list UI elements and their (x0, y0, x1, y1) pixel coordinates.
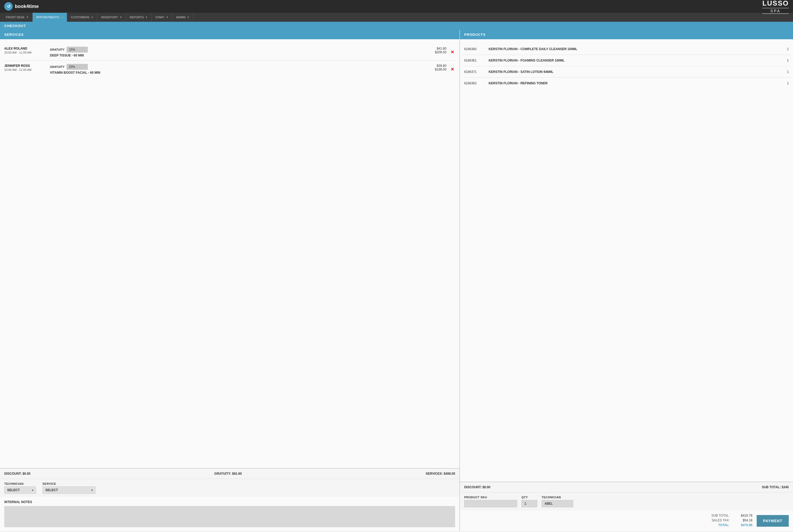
logo: ↺ book4time (4, 2, 39, 11)
nav-item-frontdesk[interactable]: FRONT DESK ▼ (2, 13, 33, 22)
header: ↺ book4time LUSSO SPA (0, 0, 793, 13)
product-row-4: 6186362 KERSTIN FLORIAN - REFINING TONER… (462, 78, 791, 89)
product-row-3: 6186371 KERSTIN FLORIAN - SATIN LOTION 9… (462, 66, 791, 78)
brand-name: LUSSO (762, 0, 789, 7)
products-subtotal: SUB TOTAL: $345 (762, 485, 789, 489)
checkout-bar: CHECKOUT (0, 22, 793, 30)
tax-label: SALES TAX: (712, 518, 730, 522)
product-name-1: KERSTIN FLORIAN - COMPLETE DAILY CLEANSE… (489, 47, 780, 51)
product-qty-3: 1 (783, 70, 789, 74)
product-row-2: 6186361 KERSTIN FLORIAN - FOAMING CLEANS… (462, 55, 791, 66)
products-discount: DISCOUNT: $0.00 (464, 485, 490, 489)
product-name-4: KERSTIN FLORIAN - REFINING TONER (489, 81, 780, 85)
services-gratuity-total: GRATUITY: $81.60 (214, 472, 242, 476)
service-select-wrapper: SELECT ▼ (42, 487, 95, 494)
product-qty-2: 1 (783, 59, 789, 62)
add-service-row: TECHNICIAN SELECT ▼ SERVICE SELECT ▼ (0, 479, 459, 497)
technician-field: TECHNICIAN SELECT ▼ (4, 482, 36, 494)
nav-item-inventory[interactable]: INVENTORY ▼ (97, 13, 126, 22)
chevron-down-icon: ▼ (120, 16, 122, 19)
technician-select-wrapper: SELECT ▼ (4, 487, 36, 494)
product-sku-2: 6186361 (464, 59, 485, 62)
product-sku-4: 6186362 (464, 81, 485, 85)
product-name-2: KERSTIN FLORIAN - FOAMING CLEANSER 100ML (489, 59, 780, 62)
remove-service-2[interactable]: ✕ (450, 67, 455, 72)
gratuity-input-1[interactable] (67, 47, 88, 53)
products-list: 6186360 KERSTIN FLORIAN - COMPLETE DAILY… (460, 39, 793, 481)
products-panel: PRODUCTS 6186360 KERSTIN FLORIAN - COMPL… (460, 30, 793, 531)
service-client-2: JENNIFER ROSS 10:00 AM - 11:00 AM (4, 64, 47, 71)
payment-button[interactable]: PAYMENT (757, 515, 789, 527)
nav-item-customers[interactable]: CUSTOMERS ▼ (67, 13, 97, 22)
qty-label: QTY (522, 496, 537, 499)
service-prices-1: $41.80 $209.50 (425, 47, 446, 54)
nav-item-admin[interactable]: ADMIN ▼ (172, 13, 193, 22)
product-qty-1: 1 (783, 47, 789, 51)
tax-row: SALES TAX: $54.18 (711, 518, 752, 522)
products-footer: DISCOUNT: $0.00 SUB TOTAL: $345 (460, 481, 793, 492)
total-value: $470.96 (734, 523, 752, 527)
client-name-2: JENNIFER ROSS (4, 64, 47, 68)
client-time-2: 10:00 AM - 11:00 AM (4, 68, 47, 71)
gratuity-input-2[interactable] (67, 64, 88, 70)
subtotal-value: $416.78 (734, 514, 752, 517)
total-label: TOTAL: (718, 523, 730, 527)
product-technician-input[interactable] (542, 500, 573, 507)
service-select[interactable]: SELECT (42, 487, 95, 494)
product-sku-3: 6186371 (464, 70, 485, 74)
add-product-row: PRODUCT SKU QTY TECHNICIAN (460, 492, 793, 511)
service-label: SERVICE (42, 482, 95, 485)
logo-icon: ↺ (4, 2, 13, 11)
service-prices-2: $39.80 $199.00 (425, 64, 446, 71)
product-technician-label: TECHNICIAN (542, 496, 573, 499)
client-time-1: 10:00 AM - 11:00 AM (4, 51, 47, 54)
product-sku-field-label: PRODUCT SKU (464, 496, 517, 499)
product-row-1: 6186360 KERSTIN FLORIAN - COMPLETE DAILY… (462, 43, 791, 55)
services-total: SERVICES: $408.00 (426, 472, 455, 476)
nav-item-appointments[interactable]: APPOINTMENTS ▼ (33, 13, 68, 22)
services-panel: SERVICES ALEX ROLAND 10:00 AM - 11:00 AM… (0, 30, 460, 531)
notes-label: INTERNAL NOTES (4, 500, 455, 504)
subtotal-row: SUB TOTAL: $416.78 (711, 514, 752, 517)
main-content: SERVICES ALEX ROLAND 10:00 AM - 11:00 AM… (0, 30, 793, 531)
service-client-1: ALEX ROLAND 10:00 AM - 11:00 AM (4, 47, 47, 54)
product-technician-field: TECHNICIAN (542, 496, 573, 507)
services-discount: DISCOUNT: $0.00 (4, 472, 31, 476)
chevron-down-icon: ▼ (145, 16, 148, 19)
subtotal-label: SUB TOTAL: (711, 514, 730, 517)
remove-service-1[interactable]: ✕ (450, 50, 455, 55)
nav-item-reports[interactable]: REPORTS ▼ (126, 13, 152, 22)
services-footer: DISCOUNT: $0.00 GRATUITY: $81.60 SERVICE… (0, 468, 459, 479)
brand-logo: LUSSO SPA (762, 0, 789, 14)
chevron-down-icon: ▼ (61, 16, 63, 19)
nav-item-staff[interactable]: STAFF ▼ (152, 13, 172, 22)
client-name-1: ALEX ROLAND (4, 47, 47, 51)
technician-select[interactable]: SELECT (4, 487, 36, 494)
gratuity-label-1: GRATUITY (50, 48, 64, 51)
service-name-2: VITAMIN BOOST FACIAL - 60 MIN (50, 71, 422, 75)
product-sku-input[interactable] (464, 500, 517, 507)
qty-field: QTY (522, 496, 537, 507)
totals-table: SUB TOTAL: $416.78 SALES TAX: $54.18 TOT… (711, 514, 752, 528)
price-main-2: $199.00 (425, 68, 446, 71)
technician-label: TECHNICIAN (4, 482, 36, 485)
service-name-1: DEEP TISSUE - 60 MIN (50, 54, 422, 57)
product-name-3: KERSTIN FLORIAN - SATIN LOTION 946ML (489, 70, 780, 74)
brand-sub: SPA (762, 8, 789, 14)
product-sku-1: 6186360 (464, 47, 485, 51)
navigation: FRONT DESK ▼ APPOINTMENTS ▼ CUSTOMERS ▼ … (0, 13, 793, 22)
chevron-down-icon: ▼ (91, 16, 93, 19)
notes-section: INTERNAL NOTES (0, 497, 459, 531)
logo-text: book4time (15, 4, 39, 9)
service-field: SERVICE SELECT ▼ (42, 482, 95, 494)
products-header: PRODUCTS (460, 30, 793, 39)
service-details-2: GRATUITY VITAMIN BOOST FACIAL - 60 MIN (50, 64, 422, 75)
chevron-down-icon: ▼ (26, 16, 29, 19)
chevron-down-icon: ▼ (187, 16, 189, 19)
product-sku-field: PRODUCT SKU (464, 496, 517, 507)
qty-input[interactable] (522, 500, 537, 507)
gratuity-label-2: GRATUITY (50, 65, 64, 69)
notes-textarea[interactable] (4, 506, 455, 527)
grand-total-row: TOTAL: $470.96 (711, 523, 752, 527)
service-entry-2: JENNIFER ROSS 10:00 AM - 11:00 AM GRATUI… (4, 61, 455, 78)
